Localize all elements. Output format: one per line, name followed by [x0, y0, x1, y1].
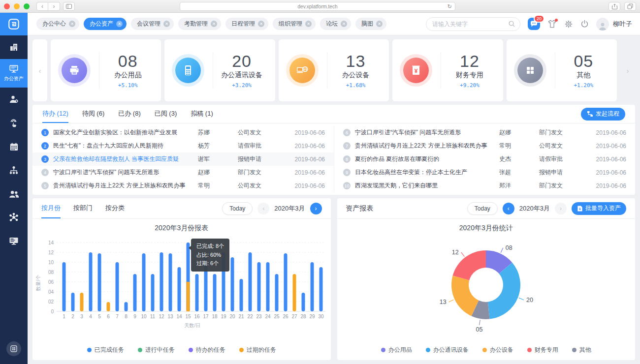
tabs-icon[interactable]: [624, 2, 636, 11]
svg-text:7: 7: [116, 314, 119, 319]
svg-text:5: 5: [98, 314, 101, 319]
module-tab[interactable]: 论坛✕: [320, 18, 351, 30]
sidebar-item-user-gear[interactable]: [0, 88, 28, 111]
task-row[interactable]: 4宁波口岸引进“汽车侦探” 问题车无所遁形赵娜部门发文2019-06-06: [32, 166, 334, 179]
module-tab[interactable]: 会议管理✕: [131, 18, 174, 30]
legend-item[interactable]: 其他: [572, 346, 591, 354]
bulk-import-button[interactable]: 批量导入资产: [572, 202, 626, 215]
bar-chart-area[interactable]: 2020年3月份报表 002040608101214数量/个1234567891…: [32, 219, 331, 360]
close-icon[interactable]: ✕: [376, 21, 383, 27]
stat-card-办公用品[interactable]: 08办公用品+5.10%: [51, 39, 161, 101]
stat-label: 办公用品: [114, 71, 142, 80]
logout-button[interactable]: [580, 20, 589, 28]
task-row[interactable]: 9日本化妆品高丝在华变策：停止本土化生产张超报销申请2019-06-06: [334, 166, 635, 179]
svg-text:21: 21: [238, 314, 244, 319]
sidebar-item-touch[interactable]: [0, 111, 28, 135]
asset-report-panel: 资产报表 Today ‹ 2020年3月 › 批量导入资产: [337, 198, 636, 360]
share-icon[interactable]: [608, 2, 620, 11]
task-tab[interactable]: 拟稿 (1): [191, 105, 213, 123]
close-icon[interactable]: ✕: [305, 21, 312, 27]
module-tab-label: 日程管理: [231, 20, 255, 28]
report-tab[interactable]: 按月份: [41, 198, 61, 218]
close-icon[interactable]: ✕: [69, 21, 75, 27]
task-row[interactable]: 7贵州清镇试行每月连上22天 方便上班族和农民办事常明公司发文2019-06-0…: [334, 139, 635, 152]
today-button-left[interactable]: Today: [222, 202, 253, 215]
back-icon[interactable]: ‹: [36, 2, 48, 11]
module-tab[interactable]: 脑图✕: [355, 18, 386, 30]
module-tab-label: 考勤管理: [184, 20, 208, 28]
stat-card-办公通讯设备[interactable]: 20办公通讯设备+3.20%: [164, 39, 275, 101]
task-row[interactable]: 1国家文化产业创新实验区：以创新推动产业发展苏娜公司发文2019-06-06: [32, 126, 334, 139]
legend-item[interactable]: 办公通讯设备: [426, 346, 469, 354]
task-row[interactable]: 2民生“七有”：盘点十九大回应的人民新期待杨芳请假审批2019-06-06: [32, 139, 334, 152]
legend-item[interactable]: 进行中任务: [138, 346, 175, 354]
task-tab[interactable]: 待阅 (6): [82, 105, 105, 123]
today-button-right[interactable]: Today: [467, 202, 498, 215]
stat-card-其他[interactable]: 05其他+1.20%: [507, 39, 617, 101]
module-tab[interactable]: 办公资产✕: [84, 18, 127, 30]
module-tab[interactable]: 日程管理✕: [225, 18, 268, 30]
legend-item[interactable]: 办公设备: [482, 346, 513, 354]
sidebar-toggle-icon[interactable]: [63, 2, 75, 11]
search-icon[interactable]: [508, 20, 515, 28]
task-row[interactable]: 8夏衍的作品 夏衍故居在哪夏衍的史杰请假审批2019-06-06: [334, 152, 635, 166]
theme-button[interactable]: [547, 20, 557, 28]
close-icon[interactable]: ✕: [258, 21, 264, 27]
task-row[interactable]: 6宁波口岸引进“汽车侦探” 问题车无所遁形赵娜部门发文2019-06-06: [334, 126, 635, 139]
sidebar-item-screen[interactable]: [0, 229, 28, 253]
refresh-icon[interactable]: ↻: [448, 3, 452, 10]
search-input[interactable]: [426, 17, 520, 31]
task-number-badge: 10: [343, 182, 351, 189]
legend-item[interactable]: 过期的任务: [239, 346, 276, 354]
address-bar[interactable]: dev.xplatform.tech ↻: [180, 2, 455, 11]
legend-item[interactable]: 待办的任务: [189, 346, 225, 354]
prev-month-left[interactable]: ‹: [257, 203, 269, 214]
close-icon[interactable]: ✕: [211, 21, 217, 27]
legend-item[interactable]: 已完成任务: [87, 346, 124, 354]
app-logo[interactable]: [0, 13, 28, 35]
messages-button[interactable]: 20: [528, 18, 540, 30]
sidebar-collapse-button[interactable]: [6, 341, 21, 356]
next-month-left[interactable]: ›: [310, 203, 322, 214]
sidebar: 办公资产: [0, 13, 28, 364]
legend-item[interactable]: 财务专用: [527, 346, 558, 354]
module-tab[interactable]: 考勤管理✕: [178, 18, 221, 30]
task-tab[interactable]: 已办 (8): [118, 105, 141, 123]
carousel-next-button[interactable]: ›: [620, 39, 635, 101]
next-month-right[interactable]: ›: [555, 203, 567, 214]
sidebar-item-network[interactable]: [0, 206, 28, 229]
forward-icon[interactable]: ›: [48, 2, 60, 11]
sidebar-item-people[interactable]: [0, 182, 28, 206]
sidebar-item-monitor[interactable]: 办公资产: [0, 59, 28, 88]
start-flow-button[interactable]: 发起流程: [581, 108, 625, 121]
user-menu[interactable]: 柳叶子: [596, 18, 632, 30]
task-row[interactable]: 10西湖发现黑天鹅，它们来自哪里郑洋部门发文2019-06-06: [334, 179, 635, 192]
carousel-prev-button[interactable]: ‹: [32, 39, 47, 101]
task-tab[interactable]: 已阅 (3): [155, 105, 177, 123]
sidebar-item-orgchart[interactable]: [0, 158, 28, 182]
sidebar-item-calendar[interactable]: [0, 135, 28, 158]
report-tab[interactable]: 按分类: [105, 198, 125, 218]
minimize-window-icon[interactable]: [14, 3, 20, 9]
settings-button[interactable]: [564, 20, 573, 29]
task-tab[interactable]: 待办 (12): [42, 105, 68, 123]
close-window-icon[interactable]: [4, 3, 10, 9]
module-tab[interactable]: 组织管理✕: [273, 18, 316, 30]
sidebar-item-building[interactable]: [0, 35, 28, 59]
prev-month-right[interactable]: ‹: [503, 203, 514, 214]
stat-card-财务专用[interactable]: 12财务专用+9.20%: [392, 39, 503, 101]
donut-chart-area[interactable]: 2020年3月份统计 0820051312 办公用品办公通讯设备办公设备财务专用…: [337, 219, 636, 360]
stat-card-办公设备[interactable]: 13办公设备+1.68%: [279, 39, 389, 101]
gear-icon: [564, 20, 573, 29]
task-row[interactable]: 3父亲在抢救他却在隔壁救别人 当事医生回应质疑谢军报销申请2019-06-06: [32, 152, 334, 166]
task-type: 部门发文: [238, 168, 285, 177]
close-icon[interactable]: ✕: [341, 21, 347, 27]
task-row[interactable]: 5贵州清镇试行每月连上22天 方便上班族和农民办事常明公司发文2019-06-0…: [32, 179, 334, 192]
legend-item[interactable]: 办公用品: [381, 346, 412, 354]
module-tab[interactable]: 办公中心✕: [36, 18, 79, 30]
task-date: 2019-06-06: [289, 182, 325, 189]
close-icon[interactable]: ✕: [116, 21, 123, 27]
zoom-window-icon[interactable]: [24, 3, 30, 9]
report-tab[interactable]: 按部门: [73, 198, 93, 218]
close-icon[interactable]: ✕: [163, 21, 170, 27]
